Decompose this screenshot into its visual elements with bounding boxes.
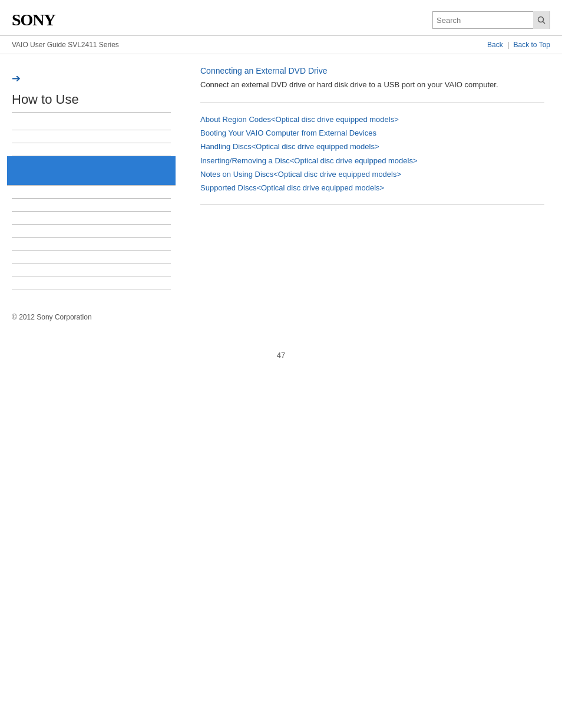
main-container: ➔ How to Use Connecting an External DVD …: [0, 54, 562, 301]
sidebar-item-1[interactable]: [12, 117, 171, 130]
sidebar-item-5[interactable]: [12, 186, 171, 199]
sidebar-top-divider: [12, 112, 171, 113]
subheader: VAIO User Guide SVL2411 Series Back | Ba…: [0, 36, 562, 54]
guide-title: VAIO User Guide SVL2411 Series: [12, 41, 119, 49]
nav-separator: |: [507, 41, 511, 49]
sidebar-item-3[interactable]: [12, 143, 171, 156]
sidebar-item-6[interactable]: [12, 199, 171, 212]
related-link-3[interactable]: Handling Discs<Optical disc drive equipp…: [200, 140, 544, 153]
related-link-1[interactable]: About Region Codes<Optical disc drive eq…: [200, 113, 544, 126]
sidebar-item-12[interactable]: [12, 276, 171, 289]
sidebar-item-2[interactable]: [12, 130, 171, 143]
back-to-top-link[interactable]: Back to Top: [514, 41, 550, 49]
search-input[interactable]: [433, 14, 533, 27]
search-box: [432, 11, 550, 29]
sidebar-item-10[interactable]: [12, 251, 171, 263]
related-link-6[interactable]: Supported Discs<Optical disc drive equip…: [200, 181, 544, 195]
related-link-4[interactable]: Inserting/Removing a Disc<Optical disc d…: [200, 154, 544, 167]
sidebar: ➔ How to Use: [0, 54, 183, 301]
related-link-2[interactable]: Booting Your VAIO Computer from External…: [200, 126, 544, 140]
search-icon: [537, 16, 546, 24]
page-number: 47: [0, 333, 562, 365]
svg-point-0: [538, 17, 544, 22]
sidebar-item-active[interactable]: [7, 156, 176, 186]
sidebar-item-9[interactable]: [12, 238, 171, 251]
sidebar-item-7[interactable]: [12, 212, 171, 225]
footer: © 2012 Sony Corporation: [0, 301, 562, 333]
sidebar-item-11[interactable]: [12, 263, 171, 276]
main-topic-link[interactable]: Connecting an External DVD Drive: [200, 66, 328, 75]
content-divider: [200, 103, 544, 103]
header: SONY: [0, 0, 562, 36]
content-description: Connect an external DVD drive or hard di…: [200, 79, 544, 91]
search-button[interactable]: [533, 11, 550, 29]
svg-line-1: [543, 22, 546, 24]
sidebar-item-8[interactable]: [12, 225, 171, 238]
related-link-5[interactable]: Notes on Using Discs<Optical disc drive …: [200, 167, 544, 181]
back-link[interactable]: Back: [487, 41, 503, 49]
copyright-text: © 2012 Sony Corporation: [12, 313, 92, 321]
related-links: About Region Codes<Optical disc drive eq…: [200, 113, 544, 195]
content-area: Connecting an External DVD Drive Connect…: [183, 54, 562, 301]
sidebar-title: How to Use: [12, 92, 171, 107]
nav-links: Back | Back to Top: [487, 41, 550, 49]
expand-icon[interactable]: ➔: [12, 72, 171, 85]
content-bottom-divider: [200, 205, 544, 205]
sony-logo: SONY: [12, 11, 55, 29]
